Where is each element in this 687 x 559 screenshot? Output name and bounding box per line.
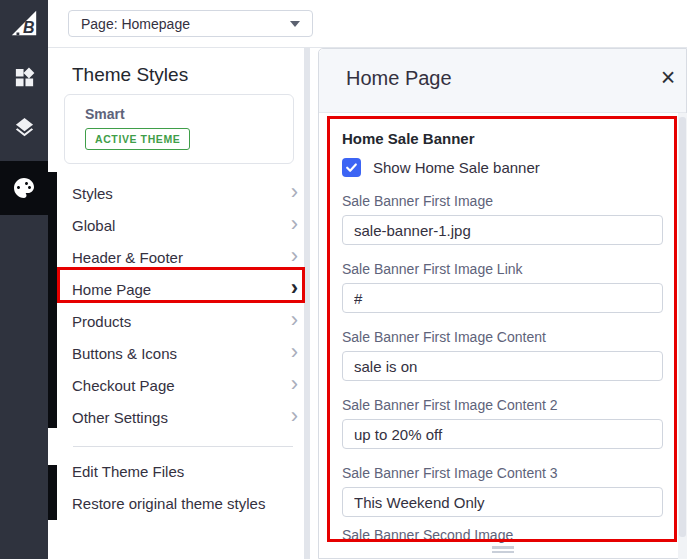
nav-item-label: Global: [72, 217, 115, 234]
panel-scrollbar-thumb[interactable]: [679, 117, 686, 537]
settings-field: Sale Banner First Image Content: [342, 329, 663, 381]
field-label: Sale Banner First Image Content 2: [342, 397, 663, 413]
field-label: Sale Banner First Image Link: [342, 261, 663, 277]
sidebar-scrollbar[interactable]: [304, 48, 310, 559]
chevron-right-icon: ›: [291, 182, 298, 202]
sidebar-nav-item[interactable]: Header & Footer ›: [56, 241, 318, 273]
rail-active-item: [0, 161, 48, 215]
checkbox-label: Show Home Sale banner: [373, 159, 540, 176]
bigcommerce-logo-icon[interactable]: B: [0, 6, 48, 40]
sidebar-nav-item[interactable]: Other Settings ›: [56, 401, 318, 433]
chevron-right-icon: ›: [291, 246, 298, 266]
restore-theme-styles-link[interactable]: Restore original theme styles: [72, 495, 265, 512]
field-label: Sale Banner First Image Content: [342, 329, 663, 345]
checkbox[interactable]: [342, 158, 361, 177]
settings-field: Sale Banner First Image: [342, 193, 663, 245]
field-input[interactable]: [342, 351, 663, 381]
section-heading: Home Sale Banner: [342, 130, 475, 147]
edit-theme-files-link[interactable]: Edit Theme Files: [72, 463, 184, 480]
chevron-right-icon: ›: [291, 406, 298, 426]
active-theme-card[interactable]: Smart ACTIVE THEME: [64, 94, 294, 164]
sidebar-nav-item[interactable]: Home Page ›: [56, 273, 318, 305]
nav-item-label: Home Page: [72, 281, 151, 298]
next-section-label: Sale Banner Second Image: [342, 527, 513, 543]
sidebar-nav-item[interactable]: Buttons & Icons ›: [56, 337, 318, 369]
active-theme-badge: ACTIVE THEME: [85, 128, 190, 150]
panel-title: Home Page: [346, 67, 452, 90]
scroll-handle-icon: [492, 546, 514, 554]
sidebar-nav-item[interactable]: Styles ›: [56, 177, 318, 209]
field-input[interactable]: [342, 215, 663, 245]
theme-editor-window: B Page: Homepage Theme Styles: [0, 0, 687, 559]
page-selector-value: Page: Homepage: [81, 16, 190, 32]
field-input[interactable]: [342, 487, 663, 517]
sidebar-nav-item[interactable]: Global ›: [56, 209, 318, 241]
close-icon[interactable]: ×: [655, 62, 681, 92]
svg-text:B: B: [23, 19, 35, 36]
show-banner-checkbox-row[interactable]: Show Home Sale banner: [342, 158, 540, 177]
rail-edge-strip-top: [48, 172, 57, 428]
widgets-icon[interactable]: [0, 63, 48, 91]
caret-down-icon: [290, 21, 300, 27]
nav-item-label: Header & Footer: [72, 249, 183, 266]
nav-item-label: Products: [72, 313, 131, 330]
field-label: Sale Banner First Image Content 3: [342, 465, 663, 481]
app-rail: B: [0, 0, 48, 559]
field-input[interactable]: [342, 283, 663, 313]
sidebar-nav-item[interactable]: Checkout Page ›: [56, 369, 318, 401]
sidebar-divider: [73, 446, 293, 447]
field-input[interactable]: [342, 419, 663, 449]
nav-item-label: Styles: [72, 185, 113, 202]
chevron-right-icon: ›: [291, 278, 298, 298]
palette-icon[interactable]: [0, 161, 48, 215]
chevron-right-icon: ›: [291, 310, 298, 330]
settings-field: Sale Banner First Image Link: [342, 261, 663, 313]
sidebar-title: Theme Styles: [72, 64, 188, 86]
theme-styles-sidebar: Theme Styles Smart ACTIVE THEME Styles ›…: [56, 48, 318, 559]
rail-edge-strip-bottom: [48, 465, 57, 520]
check-icon: [345, 161, 358, 174]
nav-item-label: Other Settings: [72, 409, 168, 426]
sidebar-nav: Styles › Global › Header & Footer › Home…: [56, 177, 318, 433]
chevron-right-icon: ›: [291, 342, 298, 362]
field-label: Sale Banner First Image: [342, 193, 663, 209]
settings-field: Sale Banner First Image Content 3: [342, 465, 663, 517]
chevron-right-icon: ›: [291, 214, 298, 234]
sidebar-nav-item[interactable]: Products ›: [56, 305, 318, 337]
settings-field: Sale Banner First Image Content 2: [342, 397, 663, 449]
nav-item-label: Buttons & Icons: [72, 345, 177, 362]
nav-item-label: Checkout Page: [72, 377, 175, 394]
page-selector-dropdown[interactable]: Page: Homepage: [68, 10, 313, 37]
layers-icon[interactable]: [0, 113, 48, 141]
theme-name: Smart: [85, 106, 125, 122]
home-page-settings-panel: Home Page × Home Sale Banner Show Home S…: [318, 48, 687, 559]
chevron-right-icon: ›: [291, 374, 298, 394]
